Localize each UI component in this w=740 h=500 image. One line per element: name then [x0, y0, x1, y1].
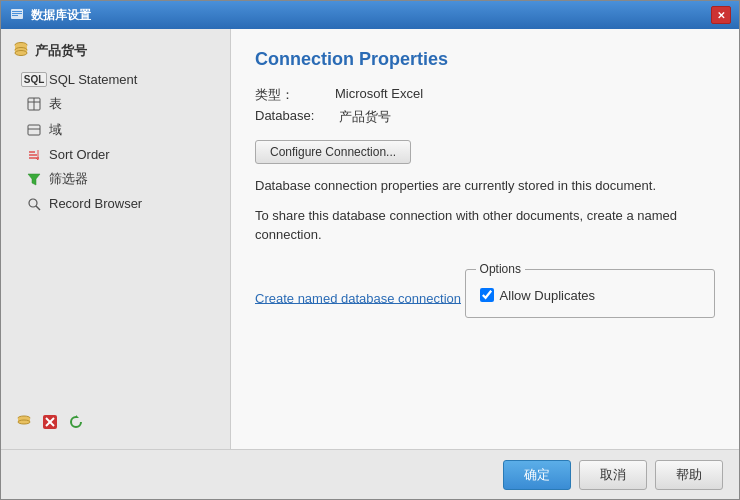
title-bar: 数据库设置 ✕	[1, 1, 739, 29]
sidebar-item-label: 域	[49, 121, 62, 139]
sidebar-item-field[interactable]: 域	[1, 117, 230, 143]
sort-icon	[25, 148, 43, 162]
sidebar-item-sql-statement[interactable]: SQL SQL Statement	[1, 68, 230, 91]
close-button[interactable]: ✕	[711, 6, 731, 24]
type-label: 类型：	[255, 86, 335, 104]
database-icon	[13, 41, 29, 60]
svg-line-19	[36, 206, 40, 210]
main-window: 数据库设置 ✕ 产品货号	[0, 0, 740, 500]
title-bar-icon	[9, 7, 25, 23]
field-icon	[25, 123, 43, 137]
svg-rect-3	[12, 15, 18, 16]
svg-point-8	[15, 51, 27, 56]
info-text-2: To share this database connection with o…	[255, 206, 715, 245]
database-row: Database: 产品货号	[255, 108, 715, 126]
bottom-bar: 确定 取消 帮助	[1, 449, 739, 499]
sidebar-item-label: Sort Order	[49, 147, 110, 162]
sidebar-item-label: SQL Statement	[49, 72, 137, 87]
create-connection-link[interactable]: Create named database connection	[255, 290, 461, 305]
filter-icon	[25, 172, 43, 186]
allow-duplicates-label: Allow Duplicates	[500, 288, 595, 303]
sidebar-item-label: Record Browser	[49, 196, 142, 211]
sidebar-item-table[interactable]: 表	[1, 91, 230, 117]
svg-point-22	[18, 420, 30, 424]
sidebar-item-label: 筛选器	[49, 170, 88, 188]
title-bar-buttons: ✕	[711, 6, 731, 24]
refresh-icon[interactable]	[65, 411, 87, 433]
help-button[interactable]: 帮助	[655, 460, 723, 490]
right-panel: Connection Properties 类型： Microsoft Exce…	[231, 29, 739, 449]
panel-title: Connection Properties	[255, 49, 715, 70]
sidebar-item-sort-order[interactable]: Sort Order	[1, 143, 230, 166]
info-text-1: Database connection properties are curre…	[255, 176, 715, 196]
allow-duplicates-checkbox[interactable]	[480, 288, 494, 302]
sidebar-header-label: 产品货号	[35, 42, 87, 60]
title-bar-text: 数据库设置	[31, 7, 711, 24]
sidebar-bottom	[1, 403, 230, 441]
svg-rect-2	[12, 13, 22, 14]
add-db-icon[interactable]	[13, 411, 35, 433]
delete-icon[interactable]	[39, 411, 61, 433]
cancel-button[interactable]: 取消	[579, 460, 647, 490]
options-legend: Options	[476, 262, 525, 276]
database-label: Database:	[255, 108, 335, 126]
database-value: 产品货号	[339, 108, 391, 126]
sidebar-item-filter[interactable]: 筛选器	[1, 166, 230, 192]
svg-marker-26	[76, 415, 79, 418]
sql-icon: SQL	[25, 72, 43, 87]
type-row: 类型： Microsoft Excel	[255, 86, 715, 104]
ok-button[interactable]: 确定	[503, 460, 571, 490]
options-group: Options Allow Duplicates	[465, 269, 715, 318]
record-browser-icon	[25, 197, 43, 211]
allow-duplicates-checkbox-row[interactable]: Allow Duplicates	[480, 288, 700, 303]
svg-rect-1	[12, 11, 22, 12]
svg-point-18	[29, 199, 37, 207]
svg-rect-12	[28, 125, 40, 135]
sidebar-item-record-browser[interactable]: Record Browser	[1, 192, 230, 215]
sidebar-item-label: 表	[49, 95, 62, 113]
sidebar-header: 产品货号	[1, 37, 230, 68]
sidebar: 产品货号 SQL SQL Statement 表	[1, 29, 231, 449]
table-icon	[25, 97, 43, 111]
main-content: 产品货号 SQL SQL Statement 表	[1, 29, 739, 449]
svg-marker-17	[28, 174, 40, 185]
type-value: Microsoft Excel	[335, 86, 423, 104]
configure-connection-button[interactable]: Configure Connection...	[255, 140, 411, 164]
